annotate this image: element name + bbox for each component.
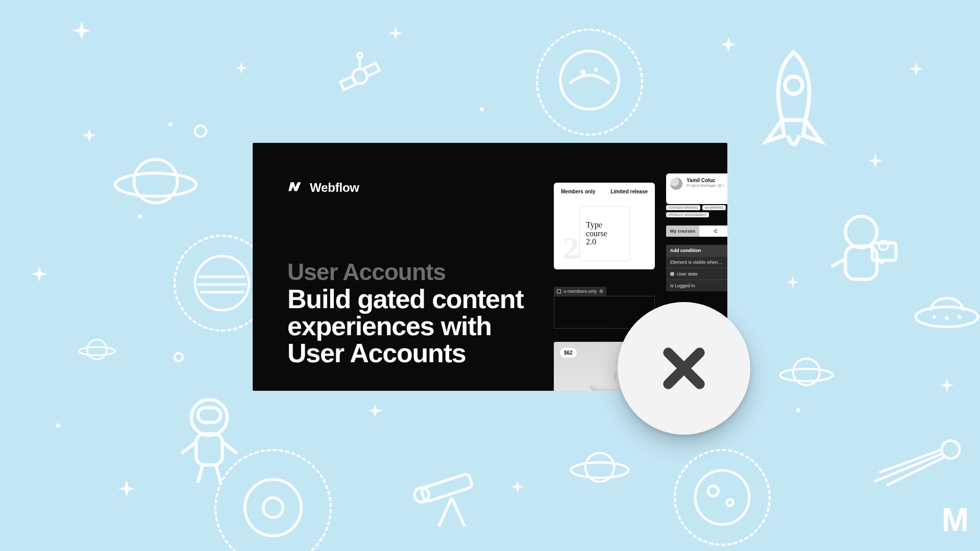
svg-point-31 (916, 307, 978, 327)
svg-point-20 (414, 488, 429, 502)
svg-point-29 (793, 359, 820, 385)
svg-point-25 (727, 499, 733, 506)
members-right-label: Limited release (610, 189, 648, 194)
footer-brand-mark: M (942, 501, 966, 539)
svg-point-5 (353, 69, 368, 84)
gear-icon[interactable]: ⚙ (599, 289, 603, 294)
svg-point-34 (958, 315, 961, 318)
svg-point-21 (585, 453, 614, 482)
conditions-rule: Element is visible when… (666, 256, 727, 268)
svg-point-30 (780, 369, 833, 381)
conditions-state-label: User state (677, 271, 698, 277)
hero-eyebrow: User Accounts (287, 258, 446, 286)
svg-point-26 (845, 216, 877, 248)
webflow-logo-icon (288, 182, 306, 193)
tab-my-courses[interactable]: My courses (666, 226, 699, 237)
radio-icon (670, 272, 674, 276)
svg-point-24 (708, 486, 718, 496)
svg-point-2 (594, 67, 598, 71)
close-icon (656, 340, 712, 396)
close-button[interactable] (618, 302, 750, 435)
svg-rect-27 (845, 246, 877, 279)
svg-point-11 (195, 256, 249, 310)
price-badge: $62 (560, 348, 577, 358)
svg-point-18 (263, 498, 283, 518)
profile-role: Project Manager @ t (687, 183, 724, 188)
skill-tag: CONTENT WRITING (666, 205, 700, 210)
hero-headline: Build gated content experiences with Use… (287, 286, 548, 367)
course-tile: Type course 2.0 (579, 206, 630, 261)
svg-point-17 (245, 480, 301, 536)
svg-rect-28 (872, 243, 896, 260)
svg-point-13 (79, 347, 115, 355)
members-preview-card: Members only Limited release 2.0 Type co… (554, 183, 655, 269)
svg-point-9 (134, 160, 178, 203)
conditions-header: Add condition (666, 245, 727, 256)
tab-secondary[interactable]: C (699, 226, 727, 237)
svg-point-35 (942, 441, 960, 459)
tab-bar: My courses C (666, 226, 727, 237)
brand-logo: Webflow (288, 181, 359, 195)
svg-rect-4 (363, 63, 379, 76)
svg-point-0 (560, 51, 619, 109)
conditions-panel: Add condition Element is visible when… U… (666, 245, 727, 291)
svg-rect-16 (196, 434, 222, 465)
svg-point-8 (785, 77, 802, 94)
skill-tag: UX WRITING (702, 205, 726, 210)
conditions-state-row[interactable]: User state (666, 268, 727, 280)
element-class-text: u-members-only (564, 289, 597, 294)
svg-rect-15 (198, 408, 221, 422)
skill-tag: PRODUCT MANAGEMENT (666, 212, 709, 217)
svg-rect-19 (421, 473, 473, 503)
members-left-label: Members only (561, 189, 595, 194)
skill-tags: CONTENT WRITING UX WRITING PRODUCT MANAG… (666, 205, 727, 217)
svg-point-23 (695, 470, 749, 524)
brand-logo-text: Webflow (310, 181, 359, 195)
svg-point-14 (191, 399, 227, 435)
tile-line-1: Type (586, 221, 602, 230)
tile-line-2: course (586, 230, 607, 238)
element-class-label[interactable]: u-members-only ⚙ (554, 287, 606, 296)
svg-point-10 (115, 173, 197, 196)
svg-point-7 (357, 53, 362, 58)
svg-point-32 (933, 315, 936, 318)
avatar (670, 178, 682, 190)
profile-card: Yamil Coluc Project Manager @ t (666, 173, 727, 204)
svg-point-1 (580, 69, 585, 74)
conditions-state-value[interactable]: is Logged in (666, 280, 727, 291)
square-icon (557, 289, 561, 293)
svg-point-33 (945, 316, 948, 320)
profile-name: Yamil Coluc (687, 178, 724, 183)
svg-rect-3 (340, 77, 356, 90)
svg-point-22 (571, 462, 629, 478)
tile-line-3: 2.0 (586, 238, 596, 246)
stage: Webflow User Accounts Build gated conten… (0, 0, 980, 551)
svg-point-12 (87, 340, 107, 359)
